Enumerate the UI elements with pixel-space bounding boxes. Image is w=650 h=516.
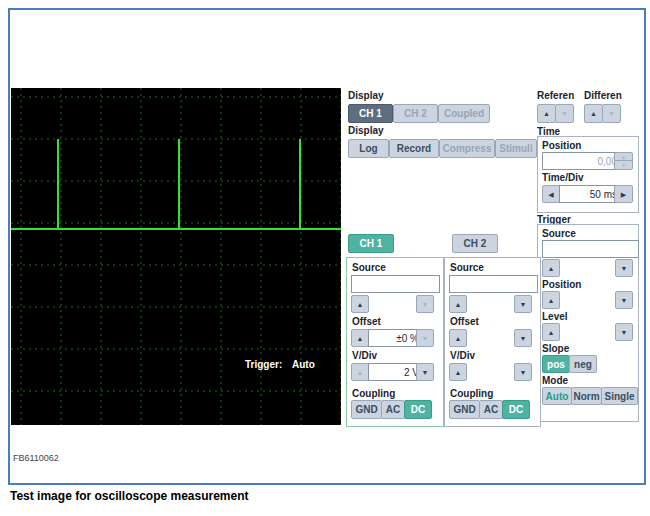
display-record-button[interactable]: Record xyxy=(389,139,439,158)
ch2-offset-down-button[interactable]: ▼ xyxy=(514,329,532,347)
ch1-tab[interactable]: CH 1 xyxy=(348,234,394,253)
trigger-slope-label: Slope xyxy=(542,343,569,354)
ch1-offset-up-button[interactable]: ▲ xyxy=(351,329,369,347)
ch2-vdiv-up-button[interactable]: ▲ xyxy=(449,363,467,381)
ch2-offset-up-button[interactable]: ▲ xyxy=(449,329,467,347)
reference-label: Referen xyxy=(537,90,574,101)
scope-trigger-status: Auto xyxy=(292,359,315,370)
trigger-position-down-button[interactable]: ▼ xyxy=(615,291,633,309)
trigger-source-label: Source xyxy=(542,228,576,239)
ch1-coupling-dc-button[interactable]: DC xyxy=(404,400,432,419)
ch2-coupling-dc-button[interactable]: DC xyxy=(502,400,530,419)
ch2-coupling-ac-button[interactable]: AC xyxy=(479,400,503,419)
caption: Test image for oscilloscope measurement xyxy=(10,489,249,503)
difference-down-button: ▼ xyxy=(602,104,621,123)
trigger-source-input[interactable] xyxy=(542,240,639,258)
time-div-field[interactable]: 50 ms xyxy=(559,185,621,203)
scope-trace-svg xyxy=(11,88,341,425)
trigger-mode-single-button[interactable]: Single xyxy=(601,387,638,405)
difference-label: Differen xyxy=(584,90,622,101)
ch2-source-down-button[interactable]: ▼ xyxy=(514,295,532,313)
ch1-vdiv-field[interactable]: 2 V xyxy=(368,363,423,381)
ch1-source-label: Source xyxy=(352,262,386,273)
ch2-offset-label: Offset xyxy=(450,316,479,327)
trigger-level-up-button[interactable]: ▲ xyxy=(542,323,560,341)
reference-up-button[interactable]: ▲ xyxy=(537,104,556,123)
oscilloscope-screen: Trigger: Auto xyxy=(11,88,341,425)
ch1-source-down-button: ▼ xyxy=(416,295,434,313)
display-ch1-button[interactable]: CH 1 xyxy=(348,104,393,123)
reference-down-button: ▼ xyxy=(555,104,574,123)
ch1-vdiv-label: V/Div xyxy=(352,350,377,361)
ch1-source-input[interactable] xyxy=(351,275,440,293)
trigger-slope-neg-button[interactable]: neg xyxy=(569,355,597,373)
display-modes-label: Display xyxy=(348,125,384,136)
time-position-down-button: ▼ xyxy=(614,160,633,170)
figure-code: FB6110062 xyxy=(13,453,59,463)
ch2-source-input[interactable] xyxy=(449,275,538,293)
ch1-offset-field[interactable]: ±0 % xyxy=(368,329,423,347)
trigger-source-down-button[interactable]: ▼ xyxy=(615,259,633,277)
difference-up-button[interactable]: ▲ xyxy=(584,104,603,123)
trigger-position-up-button[interactable]: ▲ xyxy=(542,291,560,309)
trigger-position-label: Position xyxy=(542,279,581,290)
ch1-offset-label: Offset xyxy=(352,316,381,327)
ch1-vdiv-up-button: ▲ xyxy=(351,363,369,381)
time-div-increment-button[interactable]: ▶ xyxy=(614,185,633,203)
display-ch2-button: CH 2 xyxy=(393,104,438,123)
trigger-level-down-button[interactable]: ▼ xyxy=(615,323,633,341)
trigger-slope-pos-button[interactable]: pos xyxy=(542,355,570,373)
trigger-mode-auto-button[interactable]: Auto xyxy=(542,387,572,405)
trigger-mode-label: Mode xyxy=(542,375,568,386)
ch2-vdiv-label: V/Div xyxy=(450,350,475,361)
display-stimuli-button: Stimuli xyxy=(495,139,537,158)
time-div-decrement-button[interactable]: ◀ xyxy=(542,185,560,203)
ch2-coupling-label: Coupling xyxy=(450,388,493,399)
ch1-coupling-label: Coupling xyxy=(352,388,395,399)
trigger-mode-norm-button[interactable]: Norm xyxy=(571,387,602,405)
display-log-button[interactable]: Log xyxy=(348,139,389,158)
trigger-level-label: Level xyxy=(542,311,568,322)
trigger-source-up-button[interactable]: ▲ xyxy=(542,259,560,277)
ch2-vdiv-down-button[interactable]: ▼ xyxy=(514,363,532,381)
ch1-coupling-gnd-button[interactable]: GND xyxy=(351,400,382,419)
display-channels-label: Display xyxy=(348,90,384,101)
time-position-label: Position xyxy=(542,140,581,151)
ch2-coupling-gnd-button[interactable]: GND xyxy=(449,400,480,419)
ch2-source-label: Source xyxy=(450,262,484,273)
scope-trigger-label: Trigger: xyxy=(245,359,282,370)
ch1-vdiv-down-button[interactable]: ▼ xyxy=(416,363,434,381)
ch2-source-up-button[interactable]: ▲ xyxy=(449,295,467,313)
ch1-offset-down-button: ▼ xyxy=(416,329,434,347)
display-coupled-button: Coupled xyxy=(438,104,490,123)
time-div-label: Time/Div xyxy=(542,172,584,183)
ch2-tab[interactable]: CH 2 xyxy=(452,234,498,253)
display-compress-button: Compress xyxy=(439,139,495,158)
ch1-coupling-ac-button[interactable]: AC xyxy=(381,400,405,419)
ch1-source-up-button[interactable]: ▲ xyxy=(351,295,369,313)
time-position-field: 0,00 xyxy=(542,152,621,170)
